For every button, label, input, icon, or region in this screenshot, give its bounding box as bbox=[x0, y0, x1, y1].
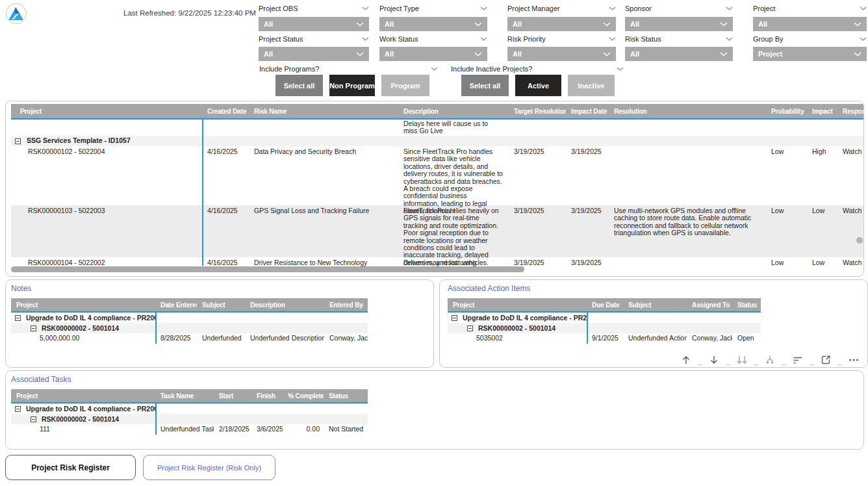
column-header-resolution[interactable]: Resolution bbox=[609, 104, 766, 118]
frozen-column-divider bbox=[155, 313, 157, 344]
include-inactive-active-button[interactable]: Active bbox=[515, 75, 561, 96]
focus-mode-icon[interactable] bbox=[818, 352, 834, 368]
column-header-project[interactable]: Project bbox=[11, 298, 155, 311]
column-header-subject[interactable]: Subject bbox=[197, 298, 245, 311]
filter-icon[interactable] bbox=[790, 352, 806, 368]
drill-down-icon[interactable] bbox=[706, 352, 722, 368]
page-tab-project-risk-register[interactable]: Project Risk Register bbox=[5, 455, 136, 480]
collapse-group-icon[interactable] bbox=[31, 416, 36, 422]
frozen-column-divider bbox=[587, 313, 588, 344]
cell-impact: High bbox=[807, 146, 837, 205]
column-header-probability[interactable]: Probability bbox=[766, 104, 807, 118]
column-header-assigned-to[interactable]: Assigned To bbox=[687, 298, 732, 311]
slicer-value: All bbox=[385, 50, 394, 58]
slicer-dropdown-project-manager[interactable]: All bbox=[507, 17, 616, 31]
table-group-row[interactable]: SSG Services Template - ID1057 bbox=[11, 136, 864, 146]
column-header-description[interactable]: Description bbox=[398, 104, 509, 118]
collapse-group-icon[interactable] bbox=[15, 138, 21, 144]
more-options-icon[interactable] bbox=[846, 352, 862, 368]
vertical-scrollbar[interactable] bbox=[856, 237, 863, 244]
slicer-dropdown-risk-priority[interactable]: All bbox=[507, 47, 616, 61]
slicer-dropdown-project-type[interactable]: All bbox=[379, 17, 487, 31]
table-subgroup-row[interactable]: RSK00000002 - 5001014 bbox=[11, 414, 368, 424]
column-header-subject[interactable]: Subject bbox=[623, 298, 687, 311]
slicer-label: Group By bbox=[753, 35, 783, 43]
table-group-row[interactable]: Upgrade to DoD IL 4 compliance - PR2006 bbox=[448, 313, 761, 323]
cell-risk-name: GPS Signal Loss and Tracking Failure bbox=[249, 205, 398, 257]
slicer-dropdown-project[interactable]: All bbox=[753, 17, 867, 31]
column-header-project[interactable]: Project bbox=[448, 298, 587, 311]
collapse-group-icon[interactable] bbox=[467, 326, 473, 331]
collapse-group-icon[interactable] bbox=[31, 326, 36, 331]
slicer-header-risk-status[interactable]: Risk Status bbox=[625, 34, 733, 44]
slicer-header-project[interactable]: Project bbox=[753, 4, 867, 13]
column-header-risk-name[interactable]: Risk Name bbox=[249, 104, 398, 118]
column-header-pct-complete[interactable]: % Complete bbox=[283, 389, 324, 402]
table-group-row[interactable]: Upgrade to DoD IL 4 compliance - PR2006 bbox=[11, 403, 368, 414]
drill-up-icon[interactable] bbox=[678, 352, 694, 368]
column-header-entered-by[interactable]: Entered By bbox=[324, 298, 368, 311]
table-row[interactable]: 5,000,000.00 8/28/2025 Underfunded Under… bbox=[11, 333, 368, 344]
column-header-response[interactable]: Response bbox=[837, 104, 864, 118]
slicer-dropdown-project-status[interactable]: All bbox=[259, 47, 369, 61]
column-header-status[interactable]: Status bbox=[732, 298, 761, 311]
table-row[interactable]: 111 Underfunded Task 2/18/2025 3/6/2025 … bbox=[11, 424, 368, 435]
column-header-finish[interactable]: Finish bbox=[251, 389, 283, 402]
include-inactive-select-all-button[interactable]: Select all bbox=[461, 75, 509, 96]
include-programs-non-program-button[interactable]: Non Program bbox=[329, 75, 375, 96]
slicer-header-project-obs[interactable]: Project OBS bbox=[259, 4, 369, 13]
table-row[interactable]: RSK00000102 - 5022004 4/16/2025 Data Pri… bbox=[11, 146, 864, 205]
column-header-impact[interactable]: Impact bbox=[807, 104, 837, 118]
column-header-task-name[interactable]: Task Name bbox=[155, 389, 214, 402]
slicer-header-sponsor[interactable]: Sponsor bbox=[625, 4, 733, 13]
slicer-header-project-manager[interactable]: Project Manager bbox=[507, 4, 616, 13]
cell-project: 111 bbox=[11, 424, 155, 435]
table-row[interactable]: RSK00000103 - 5022003 4/16/2025 GPS Sign… bbox=[11, 205, 864, 257]
column-header-project[interactable]: Project bbox=[11, 104, 202, 118]
table-row-partial[interactable]: Delays here will cause us to miss Go Liv… bbox=[11, 120, 864, 136]
collapse-group-icon[interactable] bbox=[15, 315, 21, 321]
include-inactive-inactive-button[interactable]: Inactive bbox=[568, 75, 615, 96]
table-row[interactable]: RSK00000104 - 5022002 4/16/2025 Driver R… bbox=[11, 257, 864, 266]
slicer-dropdown-sponsor[interactable]: All bbox=[625, 17, 733, 31]
column-header-due-date[interactable]: Due Date bbox=[587, 298, 623, 311]
horizontal-scrollbar[interactable] bbox=[11, 266, 524, 272]
collapse-group-icon[interactable] bbox=[452, 315, 457, 321]
include-programs-program-button[interactable]: Program bbox=[381, 75, 429, 96]
notes-title: Notes bbox=[11, 284, 31, 293]
collapse-group-icon[interactable] bbox=[15, 406, 21, 412]
column-header-description[interactable]: Description bbox=[245, 298, 324, 311]
slicer-dropdown-project-obs[interactable]: All bbox=[259, 17, 369, 31]
slicer-header-project-type[interactable]: Project Type bbox=[379, 4, 487, 13]
expand-all-down-icon[interactable] bbox=[734, 352, 750, 368]
slicer-dropdown-work-status[interactable]: All bbox=[379, 47, 487, 61]
slicer-header-risk-priority[interactable]: Risk Priority bbox=[507, 34, 616, 44]
slicer-dropdown-group-by[interactable]: Project bbox=[753, 47, 867, 61]
cell-description: Underfunded Description bbox=[245, 333, 324, 344]
go-to-next-level-icon[interactable] bbox=[762, 352, 778, 368]
slicer-header-group-by[interactable]: Group By bbox=[753, 34, 867, 44]
column-header-impact-date[interactable]: Impact Date bbox=[566, 104, 609, 118]
slicer-header-include-programs[interactable]: Include Programs? bbox=[259, 64, 438, 73]
table-row[interactable]: 5035002 9/1/2025 Underfunded Action Conw… bbox=[448, 333, 761, 344]
column-header-created-date[interactable]: Created Date bbox=[202, 104, 249, 118]
table-subgroup-row[interactable]: RSK00000002 - 5001014 bbox=[448, 323, 761, 333]
slicer-label: Project OBS bbox=[259, 5, 298, 12]
cell-finish: 3/6/2025 bbox=[251, 424, 283, 435]
table-subgroup-row[interactable]: RSK00000002 - 5001014 bbox=[11, 323, 368, 333]
cell-project: RSK00000102 - 5022004 bbox=[11, 146, 202, 205]
table-group-row[interactable]: Upgrade to DoD IL 4 compliance - PR2006 bbox=[11, 313, 368, 323]
column-header-date-entered[interactable]: Date Entered bbox=[155, 298, 197, 311]
slicer-header-include-inactive[interactable]: Include Inactive Projects? bbox=[451, 64, 624, 73]
column-header-start[interactable]: Start bbox=[214, 389, 251, 402]
column-header-project[interactable]: Project bbox=[11, 389, 155, 402]
slicer-header-work-status[interactable]: Work Status bbox=[379, 34, 487, 44]
column-header-status[interactable]: Status bbox=[324, 389, 368, 402]
page-tab-project-risk-register-risk-only[interactable]: Project Risk Register (Risk Only) bbox=[143, 455, 275, 480]
slicer-dropdown-risk-status[interactable]: All bbox=[625, 47, 733, 61]
column-header-target-resolution[interactable]: Target Resolution bbox=[509, 104, 566, 118]
slicer-label: Risk Priority bbox=[507, 35, 546, 43]
include-programs-select-all-button[interactable]: Select all bbox=[275, 75, 323, 96]
slicer-header-project-status[interactable]: Project Status bbox=[259, 34, 369, 44]
subgroup-label: RSK00000002 - 5001014 bbox=[42, 324, 119, 333]
